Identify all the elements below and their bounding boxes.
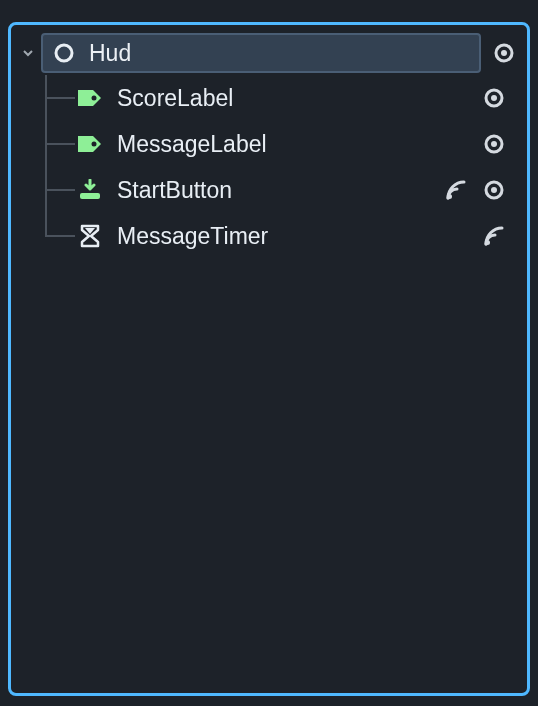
- tree-line: [37, 121, 77, 167]
- tree-node-row[interactable]: ScoreLabel: [15, 75, 523, 121]
- tree-node-row[interactable]: MessageLabel: [15, 121, 523, 167]
- canvas-layer-icon: [51, 40, 77, 66]
- tree-line: [37, 213, 77, 259]
- node-label: StartButton: [117, 177, 232, 204]
- svg-point-12: [491, 187, 497, 193]
- node-label: MessageLabel: [117, 131, 267, 158]
- tree-root-row[interactable]: Hud: [15, 31, 523, 75]
- tree-line: [37, 75, 77, 121]
- svg-point-6: [92, 142, 97, 147]
- signal-icon[interactable]: [481, 223, 507, 249]
- scene-tree-panel: Hud ScoreLabel: [8, 22, 530, 696]
- button-icon: [77, 177, 103, 203]
- label-icon: [77, 85, 103, 111]
- svg-point-0: [56, 45, 72, 61]
- svg-point-10: [447, 194, 452, 199]
- svg-point-13: [485, 240, 490, 245]
- tree-node-row[interactable]: MessageTimer: [15, 213, 523, 259]
- timer-icon: [77, 223, 103, 249]
- svg-rect-9: [80, 193, 100, 199]
- svg-point-2: [501, 50, 507, 56]
- label-icon: [77, 131, 103, 157]
- tree-node-row[interactable]: StartButton: [15, 167, 523, 213]
- visibility-toggle-icon[interactable]: [481, 177, 507, 203]
- root-node-label: Hud: [89, 40, 131, 67]
- node-label: MessageTimer: [117, 223, 268, 250]
- svg-point-3: [92, 96, 97, 101]
- visibility-toggle-icon[interactable]: [481, 85, 507, 111]
- root-node-selected[interactable]: Hud: [41, 33, 481, 73]
- collapse-toggle[interactable]: [19, 44, 37, 62]
- svg-point-5: [491, 95, 497, 101]
- tree-line: [37, 167, 77, 213]
- signal-icon[interactable]: [443, 177, 469, 203]
- svg-point-8: [491, 141, 497, 147]
- visibility-toggle-icon[interactable]: [491, 40, 517, 66]
- node-label: ScoreLabel: [117, 85, 233, 112]
- visibility-toggle-icon[interactable]: [481, 131, 507, 157]
